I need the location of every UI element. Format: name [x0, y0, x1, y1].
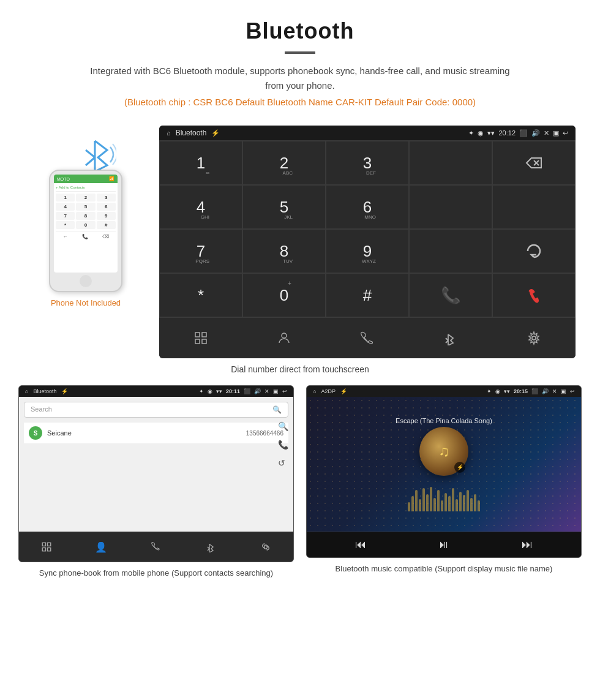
home-icon[interactable]: ⌂	[167, 129, 171, 137]
svg-rect-15	[47, 548, 50, 551]
dial-sub-3: DEF	[366, 170, 376, 176]
dial-key-9[interactable]: 9 WXYZ	[326, 229, 409, 273]
dial-key-7[interactable]: 7 PQRS	[159, 229, 242, 273]
dial-key-star[interactable]: *	[159, 273, 242, 317]
svg-point-11	[532, 336, 536, 340]
phone-key-9[interactable]: 9	[97, 212, 116, 220]
dial-empty-3	[492, 185, 576, 229]
music-album-art: ♫ ⚡	[419, 427, 468, 476]
music-prev-btn[interactable]: ⏮	[355, 538, 366, 551]
dial-num-hash: #	[363, 286, 372, 305]
dial-key-1[interactable]: 1 ∞	[159, 141, 242, 185]
car-nav-contacts[interactable]	[242, 323, 326, 353]
music-status-left: ⌂ A2DP ⚡	[313, 388, 347, 394]
music-play-btn[interactable]: ⏯	[438, 538, 449, 551]
dial-key-hash[interactable]: #	[326, 273, 409, 317]
phonebook-body-area: Search 🔍 S Seicane 13566664466 🔍 📞 ↺	[19, 397, 293, 562]
grid-icon	[193, 331, 208, 345]
phonebook-action-icons: 🔍 📞 ↺	[278, 421, 288, 468]
phonebook-nav: 👤	[19, 532, 293, 562]
dial-sub-7: PQRS	[195, 258, 209, 264]
svg-rect-14	[42, 548, 45, 551]
camera-icon[interactable]: ⬛	[519, 129, 528, 137]
phone-key-hash[interactable]: #	[97, 221, 116, 229]
music-close-icon[interactable]: ✕	[552, 388, 557, 394]
phonebook-lay-icon[interactable]: ▣	[273, 388, 279, 394]
dial-sub-0: +	[288, 280, 291, 287]
dial-sub-2: ABC	[283, 170, 293, 176]
phone-key-7[interactable]: 7	[56, 212, 75, 220]
phone-key-1[interactable]: 1	[56, 194, 75, 201]
phonebook-nav-user[interactable]: 👤	[74, 536, 129, 558]
dial-call-red[interactable]	[492, 273, 576, 317]
phone-keypad: 1 2 3 4 5 6 7 8 9 * 0 #	[56, 194, 116, 229]
svg-rect-12	[42, 543, 45, 546]
phonebook-call-side-icon[interactable]: 📞	[278, 440, 288, 450]
car-nav-phone[interactable]	[326, 323, 409, 353]
dial-backspace[interactable]	[492, 141, 576, 185]
car-nav-bluetooth[interactable]	[409, 323, 492, 353]
phonebook-close-icon[interactable]: ✕	[264, 388, 269, 394]
phone-home-button[interactable]	[80, 275, 92, 287]
phonebook-search-bar[interactable]: Search 🔍	[24, 402, 288, 418]
dial-key-0[interactable]: 0 +	[242, 273, 326, 317]
phone-key-star[interactable]: *	[56, 221, 75, 229]
phone-key-8[interactable]: 8	[76, 212, 95, 220]
phone-key-2[interactable]: 2	[76, 194, 95, 201]
phone-key-6[interactable]: 6	[97, 203, 116, 211]
svg-rect-7	[202, 339, 206, 344]
music-home-icon[interactable]: ⌂	[313, 388, 316, 394]
page-header: Bluetooth Integrated with BC6 Bluetooth …	[0, 0, 600, 113]
dial-key-8[interactable]: 8 TUV	[242, 229, 326, 273]
eq-bar	[437, 490, 440, 511]
contact-row[interactable]: S Seicane 13566664466	[24, 423, 288, 444]
music-lay-icon[interactable]: ▣	[561, 388, 566, 394]
dial-key-5[interactable]: 5 JKL	[242, 185, 326, 229]
dial-call-green[interactable]: 📞	[409, 273, 492, 317]
phonebook-nav-bt[interactable]	[184, 536, 239, 558]
dial-key-2[interactable]: 2 ABC	[242, 141, 326, 185]
phonebook-back-icon[interactable]: ↩	[282, 388, 287, 394]
back-icon[interactable]: ↩	[563, 129, 568, 137]
phone-key-3[interactable]: 3	[97, 194, 116, 201]
music-usb-icon: ⚡	[340, 388, 347, 394]
dial-key-4[interactable]: 4 GHI	[159, 185, 242, 229]
dial-key-3[interactable]: 3 DEF	[326, 141, 409, 185]
phone-mockup-container: MOTO 📶 + Add to Contacts 1 2 3 4 5 6 7 8…	[24, 126, 147, 307]
music-back-icon[interactable]: ↩	[570, 388, 575, 394]
eq-bar	[430, 487, 432, 511]
phone-call-icon[interactable]: 📞	[82, 234, 88, 239]
svg-line-1	[86, 157, 95, 165]
music-controls-bar: ⏮ ⏯ ⏭	[307, 532, 581, 557]
eq-bar	[463, 495, 465, 511]
bluetooth-icon	[443, 331, 458, 345]
close-icon[interactable]: ✕	[544, 129, 549, 137]
phonebook-link-icon	[260, 541, 271, 552]
phone-key-0[interactable]: 0	[76, 221, 95, 229]
svg-point-8	[282, 333, 287, 338]
middle-section: MOTO 📶 + Add to Contacts 1 2 3 4 5 6 7 8…	[0, 113, 600, 358]
contact-avatar: S	[29, 426, 42, 440]
car-nav-settings[interactable]	[492, 323, 576, 353]
music-next-btn[interactable]: ⏭	[522, 538, 533, 551]
phone-key-5[interactable]: 5	[76, 203, 95, 211]
phonebook-nav-grid[interactable]	[19, 536, 74, 558]
eq-bar	[441, 500, 443, 511]
eq-bar	[408, 502, 410, 511]
layout-icon[interactable]: ▣	[553, 129, 559, 137]
call-red-icon	[525, 286, 543, 304]
dial-key-6[interactable]: 6 MNO	[326, 185, 409, 229]
phonebook-search-side-icon[interactable]: 🔍	[278, 421, 288, 431]
dial-refresh[interactable]	[492, 229, 576, 273]
phonebook-nav-phone[interactable]	[129, 536, 184, 558]
phone-key-4[interactable]: 4	[56, 203, 75, 211]
phonebook-nav-link[interactable]	[238, 536, 293, 558]
backspace-icon	[525, 157, 542, 169]
eq-bar	[456, 499, 458, 511]
car-nav-grid[interactable]	[159, 323, 242, 353]
phonebook-search-placeholder: Search	[31, 405, 52, 414]
phonebook-home-icon[interactable]: ⌂	[25, 388, 28, 394]
volume-icon[interactable]: 🔊	[531, 129, 540, 137]
phonebook-refresh-side-icon[interactable]: ↺	[278, 458, 288, 468]
search-icon[interactable]: 🔍	[272, 405, 282, 414]
